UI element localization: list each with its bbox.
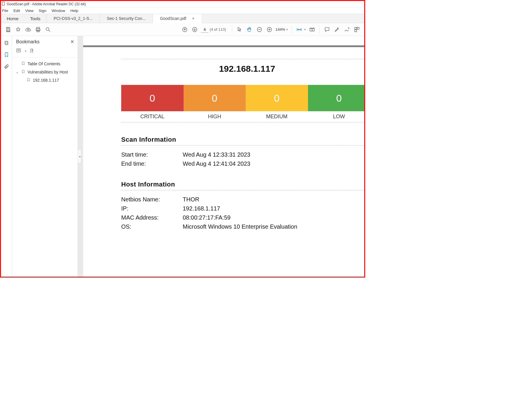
bookmark-item[interactable]: Table Of Contents	[15, 60, 74, 68]
star-icon[interactable]	[14, 25, 23, 34]
collapse-panel-icon[interactable]: ◂	[78, 149, 81, 163]
mac-value: 08:00:27:17:FA:59	[183, 214, 230, 221]
severity-labels: CRITICAL HIGH MEDIUM LOW	[121, 114, 364, 120]
menu-bar: File Edit View Sign Window Help	[1, 7, 364, 14]
chevron-down-icon[interactable]: ▾	[304, 28, 307, 31]
mac-label: MAC Address:	[121, 214, 183, 221]
severity-low-count: 0	[308, 85, 365, 111]
chevron-down-icon[interactable]: ▾	[25, 49, 26, 53]
panel-title: Bookmarks	[16, 39, 40, 44]
svg-rect-14	[5, 41, 7, 44]
severity-critical-label: CRITICAL	[121, 114, 184, 120]
highlight-icon[interactable]	[333, 25, 341, 34]
bookmark-label: Vulnerabilities by Host	[28, 70, 68, 74]
more-tools-icon[interactable]	[353, 25, 361, 34]
workspace: Bookmarks ✕ ▾ Table Of Contents ⌄ Vulner…	[1, 36, 364, 277]
menu-window[interactable]: Window	[52, 8, 65, 13]
ip-label: IP:	[121, 205, 183, 212]
svg-rect-13	[355, 30, 357, 32]
window-title: GoodScan.pdf - Adobe Acrobat Reader DC (…	[7, 2, 86, 6]
bookmark-icon[interactable]	[3, 51, 10, 58]
svg-rect-11	[355, 27, 357, 29]
search-icon[interactable]	[44, 25, 52, 34]
svg-rect-1	[7, 30, 9, 31]
tab-doc-1[interactable]: PCI-DSS-v3_2_1-S...	[46, 14, 100, 23]
title-bar: GoodScan.pdf - Adobe Acrobat Reader DC (…	[1, 1, 364, 7]
svg-rect-12	[357, 27, 359, 29]
host-info-table: Netbios Name:THOR IP:192.168.1.117 MAC A…	[121, 196, 364, 230]
svg-point-17	[32, 49, 33, 51]
page-number-input[interactable]	[201, 26, 208, 33]
document-viewport[interactable]: ◂ 192.168.1.117 0 0 0 0 CRITICAL HIGH ME…	[78, 36, 364, 277]
svg-rect-0	[2, 2, 4, 5]
severity-high-label: HIGH	[184, 114, 246, 120]
document-page: 192.168.1.117 0 0 0 0 CRITICAL HIGH MEDI…	[83, 36, 364, 277]
os-label: OS:	[121, 223, 183, 230]
thumbnails-icon[interactable]	[3, 40, 10, 47]
print-icon[interactable]	[34, 25, 42, 34]
severity-critical-count: 0	[121, 85, 184, 111]
top-tab-strip: Home Tools PCI-DSS-v3_2_1-S... Sec-1 Sec…	[1, 14, 364, 23]
severity-medium-label: MEDIUM	[246, 114, 308, 120]
cloud-upload-icon[interactable]	[24, 25, 32, 34]
bookmarks-panel: Bookmarks ✕ ▾ Table Of Contents ⌄ Vulner…	[12, 36, 78, 277]
close-icon[interactable]: ✕	[70, 39, 74, 44]
menu-file[interactable]: File	[2, 8, 8, 13]
read-mode-icon[interactable]	[308, 25, 317, 34]
severity-low-label: LOW	[308, 114, 365, 120]
bookmarks-tree: Table Of Contents ⌄ Vulnerabilities by H…	[12, 57, 78, 87]
close-icon[interactable]: ×	[192, 16, 194, 21]
svg-point-5	[46, 28, 49, 30]
toolbar-separator	[319, 26, 320, 33]
tab-home[interactable]: Home	[1, 14, 24, 23]
netbios-value: THOR	[183, 196, 199, 203]
divider	[121, 122, 364, 122]
divider	[121, 190, 364, 190]
menu-view[interactable]: View	[25, 8, 33, 13]
tab-label: Sec-1 Security Con...	[107, 16, 146, 21]
divider	[121, 145, 364, 145]
bookmark-item[interactable]: 192.168.1.117	[26, 76, 74, 84]
fit-width-icon[interactable]	[295, 25, 304, 34]
severity-bar: 0 0 0 0	[121, 85, 364, 111]
options-icon[interactable]	[16, 48, 22, 54]
left-rail	[1, 36, 12, 277]
bookmark-icon	[27, 78, 30, 83]
chevron-down-icon[interactable]: ▾	[286, 28, 289, 31]
zoom-in-icon[interactable]	[265, 25, 274, 34]
tab-label: PCI-DSS-v3_2_1-S...	[54, 16, 93, 21]
bookmark-icon	[21, 69, 25, 75]
section-scan-info-title: Scan Information	[121, 136, 364, 143]
page-down-icon[interactable]	[190, 25, 199, 34]
chevron-down-icon[interactable]: ⌄	[16, 70, 19, 74]
comment-icon[interactable]	[323, 25, 331, 34]
svg-rect-4	[37, 30, 39, 32]
page-up-icon[interactable]	[180, 25, 189, 34]
section-host-info-title: Host Information	[121, 181, 364, 188]
zoom-out-icon[interactable]	[255, 25, 264, 34]
os-value: Microsoft Windows 10 Enterprise Evaluati…	[183, 223, 297, 230]
tab-tools[interactable]: Tools	[24, 14, 46, 23]
end-time-label: End time:	[121, 160, 183, 167]
start-time-value: Wed Aug 4 12:33:31 2023	[183, 151, 250, 158]
menu-help[interactable]: Help	[71, 8, 78, 13]
toolbar-separator	[232, 26, 232, 33]
find-bookmark-icon[interactable]	[29, 48, 34, 54]
menu-edit[interactable]: Edit	[13, 8, 20, 13]
bookmarks-toolbar: ▾	[12, 47, 78, 57]
pdf-icon	[1, 1, 6, 6]
bookmark-item[interactable]: ⌄ Vulnerabilities by Host	[15, 68, 74, 76]
bookmark-label: Table Of Contents	[28, 61, 60, 66]
sign-icon[interactable]	[343, 25, 351, 34]
pointer-icon[interactable]	[235, 25, 244, 34]
zoom-level[interactable]: 144%	[276, 27, 285, 32]
save-icon[interactable]	[4, 25, 13, 34]
tab-doc-2[interactable]: Sec-1 Security Con...	[100, 14, 153, 23]
menu-sign[interactable]: Sign	[39, 8, 46, 13]
ip-value: 192.168.1.117	[183, 205, 220, 212]
attachment-icon[interactable]	[3, 63, 10, 70]
hand-icon[interactable]	[245, 25, 254, 34]
end-time-value: Wed Aug 4 12:41:04 2023	[183, 160, 250, 167]
bookmark-icon	[21, 61, 25, 66]
tab-doc-3[interactable]: GoodScan.pdf ×	[153, 14, 201, 23]
